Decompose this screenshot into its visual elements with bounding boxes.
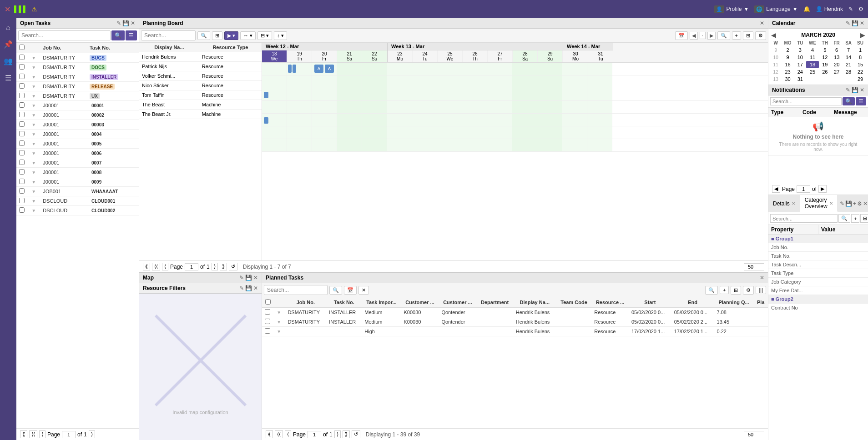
- cal-day[interactable]: 2: [781, 46, 794, 54]
- user-profile[interactable]: 👤 Hendrik: [816, 6, 843, 12]
- pt-row-cb[interactable]: [265, 319, 270, 324]
- table-row[interactable]: ▼ DSCLOUD CLOUD001: [16, 196, 139, 206]
- row-checkbox[interactable]: [19, 112, 25, 117]
- row-checkbox[interactable]: [19, 74, 25, 79]
- pt-page-prev-prev[interactable]: ⟨⟨: [275, 430, 283, 438]
- planning-search-input[interactable]: [141, 30, 196, 40]
- task-bar[interactable]: [288, 65, 292, 73]
- planning-settings-button[interactable]: ⚙: [755, 31, 766, 40]
- table-row[interactable]: ▼ J00001 0005: [16, 139, 139, 149]
- open-tasks-search-input[interactable]: [18, 30, 111, 40]
- map-save-icon[interactable]: 💾: [245, 275, 252, 281]
- planned-clear-button[interactable]: ✕: [358, 286, 369, 295]
- rf-edit-icon[interactable]: ✎: [239, 285, 244, 291]
- planned-search-button[interactable]: 🔍: [329, 286, 342, 295]
- cal-day[interactable]: 28: [843, 68, 854, 75]
- board-refresh[interactable]: ↺: [229, 263, 237, 270]
- row-checkbox[interactable]: [19, 102, 25, 108]
- language-menu[interactable]: 🌐 Language ▼: [754, 5, 797, 13]
- planning-back-button[interactable]: ◀: [690, 32, 698, 40]
- tab-category-overview[interactable]: Category Overview ✕: [800, 195, 838, 212]
- cal-day[interactable]: 19: [819, 61, 831, 68]
- board-page-input[interactable]: [185, 263, 198, 270]
- cal-day[interactable]: 26: [819, 68, 831, 75]
- planning-today-button[interactable]: ·: [700, 32, 706, 39]
- row-checkbox[interactable]: [19, 93, 25, 98]
- table-row[interactable]: ▼ DSMATURITY INSTALLER Medium K00030 Qon…: [262, 308, 768, 317]
- planned-add-button[interactable]: +: [720, 286, 729, 294]
- cal-day[interactable]: 16: [781, 61, 794, 68]
- planning-filter-button[interactable]: ⊞: [212, 31, 222, 40]
- details-search-button[interactable]: 🔍: [838, 214, 850, 223]
- tab-category-close[interactable]: ✕: [829, 201, 833, 206]
- board-page-next[interactable]: ⟩: [212, 263, 218, 270]
- tab-edit-icon[interactable]: ✎: [840, 200, 844, 207]
- details-property-row[interactable]: Task Descri...: [768, 260, 868, 269]
- table-row[interactable]: ▼ DSMATURITY INSTALLER Medium K00030 Qon…: [262, 317, 768, 327]
- row-checkbox[interactable]: [19, 160, 25, 165]
- row-checkbox[interactable]: [19, 55, 25, 60]
- details-property-row[interactable]: Task No.: [768, 252, 868, 260]
- table-row[interactable]: ▼ J00001 0006: [16, 149, 139, 158]
- cal-day[interactable]: [806, 75, 819, 83]
- notif-save-icon[interactable]: 💾: [852, 87, 858, 93]
- notif-page-next[interactable]: ▶: [818, 185, 827, 193]
- task-bar-sm2[interactable]: [264, 117, 268, 124]
- row-checkbox[interactable]: [19, 207, 25, 213]
- settings-button[interactable]: ⚙: [858, 6, 863, 12]
- list-item[interactable]: The Beast Jr.Machine: [139, 110, 262, 119]
- cal-edit-icon[interactable]: ✎: [846, 20, 850, 26]
- cal-day[interactable]: 11: [806, 54, 819, 61]
- home-icon[interactable]: ⌂: [4, 22, 12, 34]
- close-icon[interactable]: ✕: [5, 5, 10, 14]
- cal-day[interactable]: 22: [854, 68, 866, 75]
- notif-page-input[interactable]: [797, 185, 810, 193]
- bell-button[interactable]: 🔔: [803, 6, 810, 12]
- table-row[interactable]: ▼ J00001 0004: [16, 130, 139, 139]
- cal-day[interactable]: [819, 75, 831, 83]
- pt-select-all[interactable]: [265, 299, 271, 305]
- users-icon[interactable]: 👥: [2, 55, 15, 67]
- planned-settings-button[interactable]: ⚙: [743, 286, 754, 295]
- cal-save-icon[interactable]: 💾: [852, 20, 858, 26]
- planning-search-button[interactable]: 🔍: [197, 31, 210, 40]
- tab-settings-icon[interactable]: ⚙: [857, 200, 862, 207]
- rf-close-icon[interactable]: ✕: [253, 285, 258, 291]
- open-tasks-edit-icon[interactable]: ✎: [116, 20, 121, 26]
- cal-day[interactable]: 13: [831, 54, 843, 61]
- tab-close-icon[interactable]: ✕: [863, 200, 868, 207]
- task-bar-a2[interactable]: A: [325, 65, 334, 73]
- table-row[interactable]: ▼ J00001 00001: [16, 101, 139, 110]
- details-property-row[interactable]: Job Category: [768, 278, 868, 286]
- table-row[interactable]: ▼ J00001 00003: [16, 120, 139, 130]
- cal-day[interactable]: 25: [806, 68, 819, 75]
- page-size-input[interactable]: [744, 263, 764, 270]
- pt-page-input[interactable]: [308, 431, 321, 438]
- row-checkbox[interactable]: [19, 131, 25, 136]
- cal-day[interactable]: 14: [843, 54, 854, 61]
- pt-page-first[interactable]: ⟪: [266, 430, 273, 438]
- notif-page-prev[interactable]: ◀: [772, 185, 780, 193]
- cal-day[interactable]: 12: [819, 54, 831, 61]
- planning-view-button[interactable]: ⊟ ▾: [257, 31, 272, 40]
- tab-details[interactable]: Details ✕: [768, 195, 800, 212]
- cal-day[interactable]: 23: [781, 68, 794, 75]
- list-item[interactable]: Volker Schmi...Resource: [139, 71, 262, 81]
- cal-day[interactable]: 3: [794, 46, 806, 54]
- planning-search2-button[interactable]: 🔍: [717, 31, 730, 40]
- open-tasks-search-button[interactable]: 🔍: [111, 30, 125, 40]
- board-page-last[interactable]: ⟫: [220, 263, 227, 270]
- table-row[interactable]: ▼ DSMATURITY BUGS: [16, 53, 139, 63]
- list-item[interactable]: Nico StickerResource: [139, 81, 262, 90]
- table-row[interactable]: ▼ J00001 0009: [16, 177, 139, 187]
- row-checkbox[interactable]: [19, 64, 25, 70]
- table-row[interactable]: ▼ J00001 00002: [16, 110, 139, 120]
- cal-day[interactable]: [843, 75, 854, 83]
- page-prev-button[interactable]: ⟨: [39, 430, 45, 438]
- table-row[interactable]: ▼ DSMATURITY DOCS: [16, 63, 139, 72]
- planned-cols-button[interactable]: |||: [756, 286, 766, 294]
- cal-day[interactable]: 30: [781, 75, 794, 83]
- cal-day[interactable]: 31: [794, 75, 806, 83]
- select-all-checkbox[interactable]: [19, 45, 25, 50]
- task-bar-sm[interactable]: [264, 92, 268, 98]
